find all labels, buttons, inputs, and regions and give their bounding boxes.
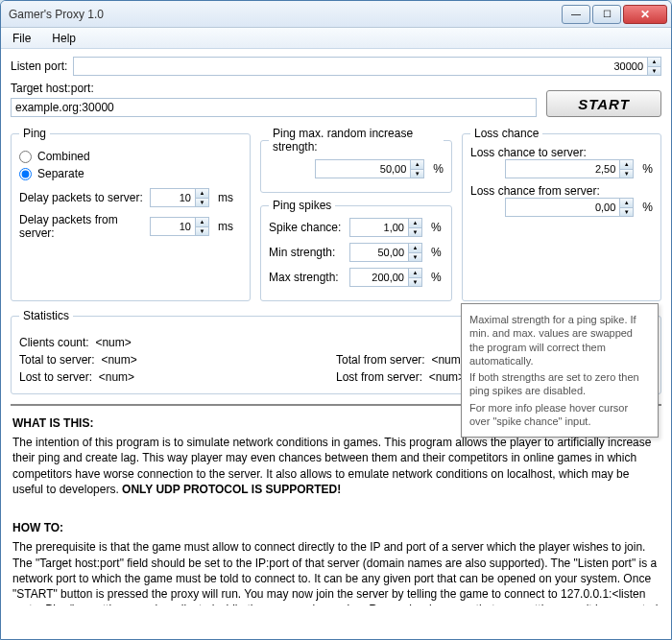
max-strength-label: Max strength: <box>269 271 344 284</box>
close-button[interactable]: ✕ <box>623 5 667 24</box>
spin-up-icon[interactable]: ▲ <box>196 218 208 227</box>
min-strength-label: Min strength: <box>269 246 344 259</box>
spike-chance-label: Spike chance: <box>269 221 344 234</box>
titlebar: Gamer's Proxy 1.0 — ☐ ✕ <box>1 1 671 28</box>
spin-down-icon[interactable]: ▼ <box>196 199 208 207</box>
total-to-value: <num> <box>101 353 136 367</box>
loss-legend: Loss chance <box>470 127 542 140</box>
spin-up-icon[interactable]: ▲ <box>409 269 421 278</box>
target-label: Target host:port: <box>11 82 537 95</box>
max-strength-input[interactable] <box>349 268 409 287</box>
lost-from-value: <num> <box>429 370 465 384</box>
spin-up-icon[interactable]: ▲ <box>196 189 208 199</box>
delay-to-label: Delay packets to server: <box>19 191 144 204</box>
combined-radio[interactable] <box>19 151 32 163</box>
spin-up-icon[interactable]: ▲ <box>411 160 423 170</box>
menu-bar: File Help <box>1 28 671 49</box>
spin-up-icon[interactable]: ▲ <box>409 244 421 253</box>
min-strength-input[interactable] <box>349 243 409 262</box>
spin-up-icon[interactable]: ▲ <box>648 58 660 67</box>
listen-port-label: Listen port: <box>11 59 67 73</box>
random-group: Ping max. random increase strength: ▲▼ % <box>260 127 452 193</box>
delay-from-input[interactable] <box>150 217 196 236</box>
menu-file[interactable]: File <box>5 30 38 47</box>
maximize-button[interactable]: ☐ <box>592 5 621 24</box>
spin-down-icon[interactable]: ▼ <box>409 253 421 262</box>
loss-to-input[interactable] <box>505 159 620 178</box>
spin-down-icon[interactable]: ▼ <box>620 170 633 178</box>
spikes-group: Ping spikes Spike chance: ▲▼ % Min stren… <box>260 199 452 301</box>
loss-from-input[interactable] <box>505 198 620 217</box>
listen-port-input[interactable] <box>73 57 648 76</box>
spin-down-icon[interactable]: ▼ <box>409 278 421 287</box>
clients-value: <num> <box>95 336 131 349</box>
random-input[interactable] <box>315 159 411 178</box>
spin-up-icon[interactable]: ▲ <box>620 160 633 170</box>
separate-radio[interactable] <box>19 168 32 180</box>
spin-down-icon[interactable]: ▼ <box>648 67 660 76</box>
window-buttons: — ☐ ✕ <box>560 5 667 24</box>
minimize-button[interactable]: — <box>562 5 590 24</box>
spikes-legend: Ping spikes <box>269 199 335 212</box>
spin-up-icon[interactable]: ▲ <box>620 199 633 208</box>
loss-group: Loss chance Loss chance to server: ▲▼ % … <box>462 127 661 301</box>
spin-down-icon[interactable]: ▼ <box>196 227 208 236</box>
spin-down-icon[interactable]: ▼ <box>411 170 423 178</box>
delay-from-label: Delay packets from server: <box>19 213 144 240</box>
loss-from-label: Loss chance from server: <box>470 184 653 198</box>
target-input[interactable] <box>11 98 537 117</box>
spike-chance-input[interactable] <box>349 218 409 237</box>
loss-to-label: Loss chance to server: <box>470 146 653 159</box>
ping-legend: Ping <box>19 127 50 140</box>
spin-up-icon[interactable]: ▲ <box>409 219 421 228</box>
spin-down-icon[interactable]: ▼ <box>409 228 421 237</box>
stats-legend: Statistics <box>19 309 73 322</box>
ping-group: Ping Combined Separate Delay packets to … <box>11 127 251 301</box>
spin-down-icon[interactable]: ▼ <box>620 208 633 217</box>
tooltip: Maximal strength for a ping spike. If mi… <box>461 303 659 438</box>
start-button[interactable]: START <box>546 90 661 117</box>
delay-to-input[interactable] <box>150 188 196 207</box>
lost-to-value: <num> <box>99 370 134 384</box>
window-title: Gamer's Proxy 1.0 <box>5 8 560 21</box>
random-legend: Ping max. random increase strength: <box>269 127 444 154</box>
menu-help[interactable]: Help <box>44 30 84 47</box>
